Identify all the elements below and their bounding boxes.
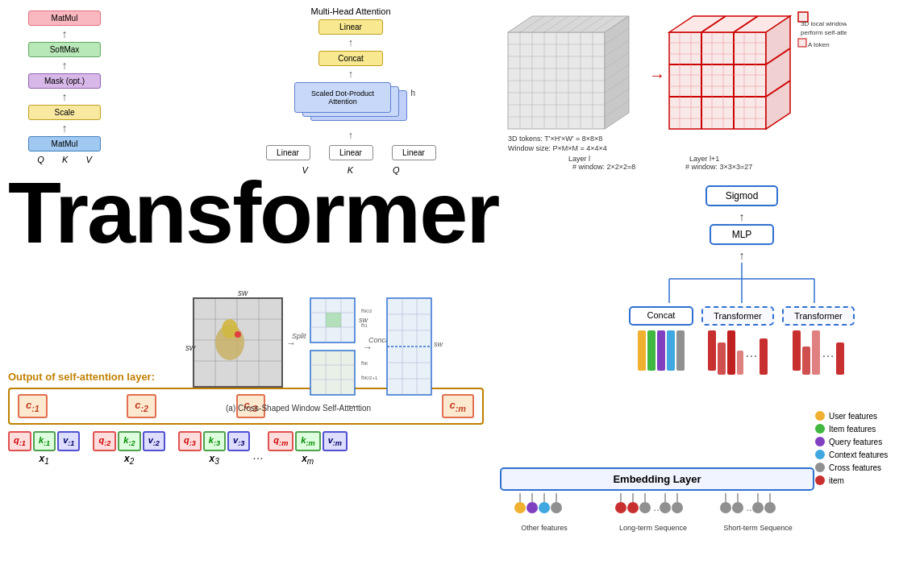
rd-arrow2: ↑ [621,248,863,263]
svg-text:3D tokens: T'×H'×W' = 8×8×8: 3D tokens: T'×H'×W' = 8×8×8 [508,135,602,143]
feature-legend: User features Item features Query featur… [815,411,920,488]
matmul-bottom-box: MatMul [28,136,101,152]
svg-point-107 [235,331,241,338]
k-label: K [348,165,353,175]
v-tok-2: v:2 [143,431,165,451]
item-dot [815,475,825,485]
cross-features-dot [815,463,825,472]
cross-window-svg: sw sw → Split sw hK/2 h1 hK hK/2+1 → Con… [185,274,476,516]
concat-box: Concat [318,51,383,66]
svg-text:Window size: P×M×M = 4×4×4: Window size: P×M×M = 4×4×4 [508,144,607,152]
user-features-label: User features [829,412,877,421]
svg-text:sw: sw [434,340,443,348]
arrow3: ↑ [8,91,121,102]
linear-boxes: Linear Linear Linear [258,143,443,162]
3d-window-diagram: → [500,8,847,172]
legend-cross-features: Cross features [815,463,920,472]
context-features-dot [815,450,825,459]
multihead-title: Multi-Head Attention [258,6,443,16]
sigmod-box: Sigmod [705,185,778,206]
transformer1-box: Transformer [701,306,774,326]
svg-text:Split: Split [292,332,306,340]
arrow2: ↑ [8,60,121,71]
legend-item-features: Item features [815,424,920,434]
embedding-layer-box: Embedding Layer [500,467,814,491]
k-tok-1: k:1 [33,431,56,451]
svg-text:A token: A token [808,41,830,48]
svg-text:hK/2+1: hK/2+1 [361,374,378,381]
svg-text:# window: 2×2×2=8: # window: 2×2×2=8 [572,163,635,169]
multihead-attention-diagram: Multi-Head Attention Linear ↑ Concat ↑ S… [258,6,443,175]
svg-point-73 [551,502,562,513]
linear-k: Linear [329,145,373,160]
v-tok-1: v:1 [57,431,80,451]
item-label: item [829,476,844,485]
svg-text:hK/2: hK/2 [361,307,373,314]
mlp-box: MLP [710,224,774,245]
q-tok-2: q:2 [93,431,116,451]
svg-point-79 [627,502,639,513]
svg-rect-31 [669,32,766,129]
sdpa-front: Scaled Dot-Product Attention [294,82,391,113]
x1-label: x1 [40,453,49,466]
svg-point-72 [539,502,550,513]
item-features-label: Item features [829,425,876,434]
self-attention-diagram: MatMul ↑ SoftMax ↑ Mask (opt.) ↑ Scale ↑… [8,8,121,164]
recommendation-top-diagram: Sigmod ↑ MLP ↑ Concat Transformer Transf… [621,185,863,375]
svg-text:3D local window to: 3D local window to [801,20,847,27]
c-token-2: c:2 [127,394,156,418]
vkq-labels: V K Q [282,165,419,175]
svg-text:h1: h1 [361,322,368,329]
svg-text:Layer l+1: Layer l+1 [689,155,719,163]
svg-point-83 [672,502,683,513]
rd-arrow1: ↑ [621,210,863,224]
linear-v: Linear [266,145,310,160]
scale-box: Scale [28,105,101,120]
cross-features-label: Cross features [829,463,881,472]
svg-rect-119 [310,351,355,395]
legend-context-features: Context features [815,450,920,459]
v-label: V [86,155,92,164]
svg-text:hK: hK [361,359,368,367]
svg-text:perform self-attention: perform self-attention [801,29,847,36]
q-label: Q [37,155,44,164]
3d-window-svg: → [500,8,847,169]
k-label: K [62,155,68,164]
concat-small-box: Concat [629,306,693,326]
svg-point-78 [615,502,626,513]
legend-user-features: User features [815,411,920,421]
svg-point-92 [752,502,764,513]
q-tok-1: q:1 [8,431,31,451]
q-label: Q [393,165,400,175]
svg-point-90 [732,502,743,513]
x2-label: x2 [124,453,134,466]
matmul-top-box: MatMul [28,10,101,26]
item-features-dot [815,424,825,434]
arrow4: ↑ [8,122,121,134]
svg-point-93 [764,502,776,513]
softmax-box: SoftMax [28,42,101,57]
svg-point-89 [720,502,731,513]
legend-item: item [815,475,920,485]
query-features-label: Query features [829,438,882,446]
c-token-1: c:1 [18,394,48,418]
user-features-dot [815,411,825,421]
transformer2-box: Transformer [782,306,855,326]
mh-arrow1: ↑ [258,36,443,49]
svg-rect-118 [326,313,341,327]
linear-top-box: Linear [318,19,383,35]
mh-arrow2: ↑ [258,68,443,81]
arrow-right-icon: → [649,66,665,84]
svg-point-80 [639,502,651,513]
svg-text:sw: sw [185,343,196,352]
qkv-labels: Q K V [28,155,101,164]
query-features-dot [815,437,825,446]
svg-text:Layer l: Layer l [568,155,590,163]
branch-lines-svg [621,263,863,311]
h-label: h [410,89,415,98]
mask-box: Mask (opt.) [28,73,101,89]
embedding-dots-svg: … … [504,492,818,532]
mh-arrow3: ↑ [258,129,443,142]
k-tok-2: k:2 [118,431,140,451]
svg-point-82 [660,502,671,513]
